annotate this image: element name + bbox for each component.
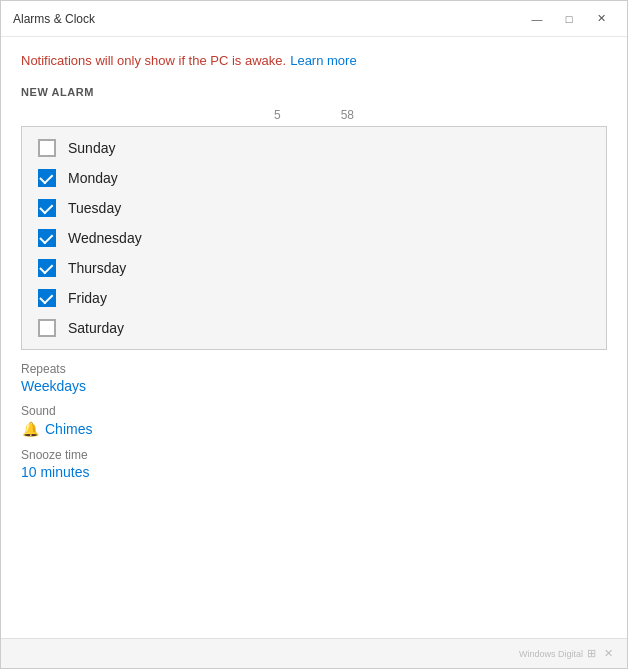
day-item-saturday[interactable]: Saturday <box>34 313 594 343</box>
day-item-wednesday[interactable]: Wednesday <box>34 223 594 253</box>
window-controls: — □ ✕ <box>523 9 615 29</box>
day-label-tuesday: Tuesday <box>68 200 121 216</box>
status-bar: Windows Digital ⊞ ✕ <box>1 638 627 668</box>
checkbox-friday[interactable] <box>38 289 56 307</box>
sound-group: Sound 🔔 Chimes <box>21 404 607 438</box>
snooze-label: Snooze time <box>21 448 607 462</box>
sound-value[interactable]: 🔔 Chimes <box>21 420 607 438</box>
watermark-text: Windows Digital <box>519 649 583 659</box>
day-label-friday: Friday <box>68 290 107 306</box>
repeats-label: Repeats <box>21 362 607 376</box>
day-item-friday[interactable]: Friday <box>34 283 594 313</box>
day-item-sunday[interactable]: Sunday <box>34 133 594 163</box>
sound-label: Sound <box>21 404 607 418</box>
day-label-saturday: Saturday <box>68 320 124 336</box>
checkbox-sunday[interactable] <box>38 139 56 157</box>
days-container: Sunday Monday Tuesday Wednesday Thursday <box>21 126 607 350</box>
window-title: Alarms & Clock <box>13 12 95 26</box>
title-bar: Alarms & Clock — □ ✕ <box>1 1 627 37</box>
checkbox-thursday[interactable] <box>38 259 56 277</box>
checkbox-wednesday[interactable] <box>38 229 56 247</box>
main-window: Alarms & Clock — □ ✕ Notifications will … <box>0 0 628 669</box>
repeats-value[interactable]: Weekdays <box>21 378 607 394</box>
checkbox-saturday[interactable] <box>38 319 56 337</box>
day-label-thursday: Thursday <box>68 260 126 276</box>
day-label-wednesday: Wednesday <box>68 230 142 246</box>
checkbox-tuesday[interactable] <box>38 199 56 217</box>
watermark-close: ✕ <box>604 647 613 660</box>
day-item-tuesday[interactable]: Tuesday <box>34 193 594 223</box>
notification-bar: Notifications will only show if the PC i… <box>21 53 607 68</box>
repeats-group: Repeats Weekdays <box>21 362 607 394</box>
day-item-monday[interactable]: Monday <box>34 163 594 193</box>
day-label-monday: Monday <box>68 170 118 186</box>
scroll-indicator: 5 58 <box>21 106 607 124</box>
watermark-icon: ⊞ <box>587 647 596 660</box>
new-alarm-label: NEW ALARM <box>21 86 607 98</box>
sound-value-text: Chimes <box>45 421 92 437</box>
notification-text: Notifications will only show if the PC i… <box>21 53 286 68</box>
checkbox-monday[interactable] <box>38 169 56 187</box>
scroll-number-right: 58 <box>341 108 354 122</box>
scroll-number-left: 5 <box>274 108 281 122</box>
minimize-button[interactable]: — <box>523 9 551 29</box>
learn-more-link[interactable]: Learn more <box>290 53 356 68</box>
snooze-group: Snooze time 10 minutes <box>21 448 607 480</box>
main-content: Notifications will only show if the PC i… <box>1 37 627 638</box>
sound-icon: 🔔 <box>21 420 39 438</box>
close-button[interactable]: ✕ <box>587 9 615 29</box>
day-label-sunday: Sunday <box>68 140 115 156</box>
snooze-value[interactable]: 10 minutes <box>21 464 607 480</box>
day-item-thursday[interactable]: Thursday <box>34 253 594 283</box>
maximize-button[interactable]: □ <box>555 9 583 29</box>
